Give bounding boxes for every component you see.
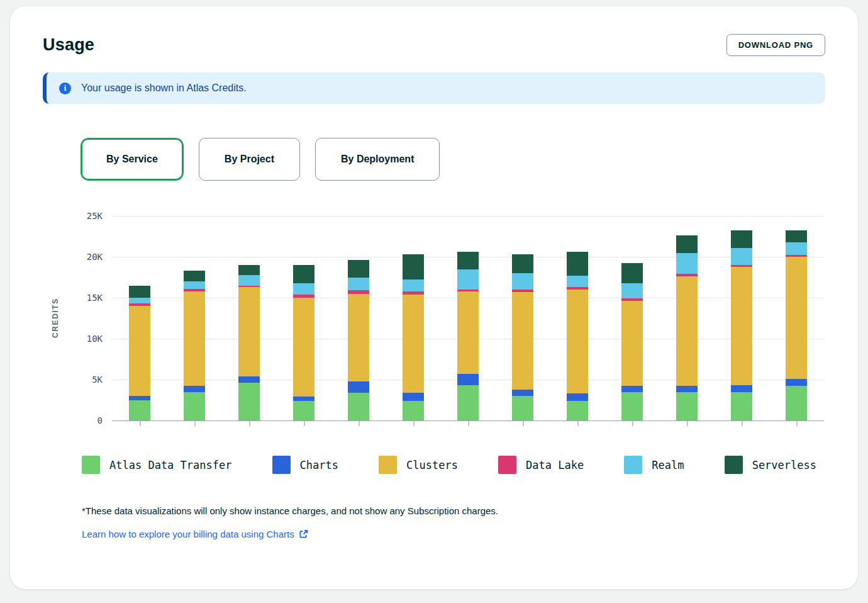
bar-segment	[348, 393, 369, 420]
bar-segment	[129, 306, 150, 396]
y-axis-title: CREDITS	[43, 216, 68, 420]
bar-segment	[621, 263, 643, 283]
bar-segment	[731, 392, 752, 421]
stacked-bar[interactable]	[348, 260, 369, 420]
view-toggle-group: By Service By Project By Deployment	[81, 138, 825, 181]
bar-segment	[512, 292, 533, 390]
bar-segment	[731, 230, 752, 247]
chart-legend: Atlas Data TransferChartsClustersData La…	[82, 456, 816, 474]
x-tick-mark	[742, 421, 743, 426]
bar-segment	[567, 393, 588, 401]
bar-segment	[731, 267, 752, 386]
legend-item: Serverless	[725, 456, 816, 474]
stacked-bar[interactable]	[293, 265, 314, 420]
bar-segment	[512, 254, 533, 273]
bar-segment	[184, 271, 205, 281]
usage-card: Usage DOWNLOAD PNG i Your usage is shown…	[10, 6, 858, 589]
bar-segment	[403, 393, 424, 401]
legend-label: Data Lake	[526, 459, 584, 471]
bar-segment	[457, 291, 479, 374]
bar-segment	[512, 273, 533, 290]
bar-slot	[496, 216, 550, 420]
stacked-bar[interactable]	[731, 230, 752, 420]
legend-item: Atlas Data Transfer	[82, 456, 231, 474]
bar-segment	[129, 298, 150, 303]
x-tick-mark	[796, 421, 798, 426]
legend-swatch	[624, 456, 642, 474]
stacked-bar[interactable]	[676, 235, 698, 420]
bar-segment	[676, 235, 698, 252]
bar-segment	[348, 381, 369, 393]
legend-item: Realm	[624, 456, 684, 474]
y-tick-label: 20K	[87, 252, 103, 262]
bar-segment	[184, 291, 205, 386]
stacked-bar[interactable]	[238, 265, 260, 420]
stacked-bar[interactable]	[457, 252, 479, 420]
stacked-bar[interactable]	[621, 263, 643, 420]
bar-segment	[457, 385, 479, 420]
bar-segment	[293, 265, 314, 283]
stacked-bar[interactable]	[403, 254, 424, 420]
legend-item: Charts	[272, 456, 338, 474]
info-icon: i	[59, 82, 71, 94]
legend-swatch	[379, 456, 397, 474]
bar-segment	[457, 269, 479, 290]
card-header: Usage DOWNLOAD PNG	[43, 34, 825, 56]
toggle-by-project[interactable]: By Project	[199, 138, 300, 181]
bar-slot	[221, 216, 276, 420]
bar-segment	[184, 392, 205, 421]
x-tick-mark	[249, 421, 250, 426]
legend-swatch	[498, 456, 516, 474]
bar-slot	[440, 216, 495, 420]
stacked-bar[interactable]	[184, 271, 205, 420]
x-tick-mark	[304, 421, 305, 426]
download-png-button[interactable]: DOWNLOAD PNG	[726, 34, 825, 56]
footnote: *These data visualizations will only sho…	[82, 505, 825, 516]
bar-segment	[621, 283, 643, 299]
legend-item: Data Lake	[498, 456, 584, 474]
toggle-by-service[interactable]: By Service	[81, 138, 184, 181]
bars-container	[112, 216, 824, 420]
bar-segment	[786, 386, 807, 420]
stacked-bar[interactable]	[129, 286, 150, 420]
info-banner-text: Your usage is shown in Atlas Credits.	[81, 82, 247, 94]
stacked-bar[interactable]	[786, 230, 807, 420]
bar-segment	[457, 374, 479, 385]
bar-segment	[621, 301, 643, 386]
bar-segment	[238, 383, 260, 420]
external-link-icon	[299, 529, 308, 539]
plot-area: 05K10K15K20K25K	[112, 216, 824, 420]
bar-segment	[567, 401, 588, 420]
x-tick-mark	[687, 421, 688, 426]
legend-swatch	[725, 456, 743, 474]
legend-item: Clusters	[379, 456, 458, 474]
billing-data-charts-link[interactable]: Learn how to explore your billing data u…	[82, 529, 308, 539]
bar-segment	[512, 390, 533, 396]
bar-segment	[238, 275, 260, 286]
bar-segment	[348, 278, 369, 291]
bar-segment	[293, 401, 314, 420]
page-title: Usage	[43, 35, 94, 55]
link-label: Learn how to explore your billing data u…	[82, 529, 294, 539]
bar-segment	[403, 401, 424, 420]
stacked-bar[interactable]	[567, 252, 588, 420]
stacked-bar[interactable]	[512, 254, 533, 420]
x-tick-mark	[523, 421, 524, 426]
x-tick-mark	[140, 421, 141, 426]
bar-slot	[112, 216, 167, 420]
bar-segment	[348, 294, 369, 381]
bar-segment	[786, 257, 807, 379]
bar-segment	[238, 376, 260, 383]
toggle-by-deployment[interactable]: By Deployment	[315, 138, 440, 181]
legend-label: Clusters	[406, 459, 458, 471]
bar-slot	[276, 216, 331, 420]
bar-slot	[605, 216, 660, 420]
bar-segment	[129, 400, 150, 421]
bar-segment	[403, 295, 424, 393]
bar-segment	[512, 396, 533, 420]
info-banner: i Your usage is shown in Atlas Credits.	[43, 72, 825, 104]
legend-label: Serverless	[752, 459, 816, 471]
bar-slot	[167, 216, 221, 420]
bar-slot	[386, 216, 440, 420]
bar-segment	[731, 385, 752, 392]
